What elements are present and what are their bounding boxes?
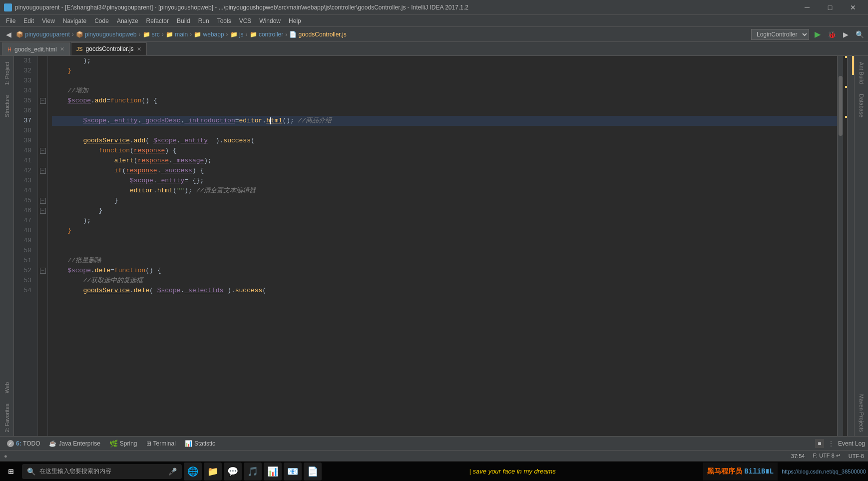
linenum-54: 54 (14, 286, 34, 296)
debug-button[interactable]: 🐞 (826, 29, 837, 40)
fold-40[interactable]: ─ (40, 148, 46, 154)
breadcrumb-file[interactable]: 📄 goodsController.js (289, 31, 346, 38)
event-log-label[interactable]: Event Log (838, 440, 865, 447)
taskbar-app-1[interactable]: 🌐 (184, 463, 202, 481)
bp-48 (38, 226, 47, 236)
menu-help[interactable]: Help (285, 15, 305, 26)
breadcrumb-src[interactable]: 📁 src (143, 31, 160, 38)
tab-goods-controller-js[interactable]: JS goodsController.js ✕ (71, 42, 147, 55)
code-line-42: if(response. success) { (52, 166, 837, 176)
menu-build[interactable]: Build (173, 15, 194, 26)
menu-bar: File Edit View Navigate Code Analyze Ref… (0, 15, 868, 27)
bp-38 (38, 126, 47, 136)
sidebar-tab-structure[interactable]: Structure (3, 91, 11, 121)
java-enterprise-icon: ☕ (49, 440, 56, 447)
left-sidebar: 1: Project Structure Web 2: Favorites (0, 56, 14, 436)
menu-edit[interactable]: Edit (19, 15, 38, 26)
scroll-thumb[interactable] (839, 76, 843, 136)
breadcrumb-controller[interactable]: 📁 controller (250, 31, 284, 38)
window-controls: ─ □ ✕ (796, 0, 864, 14)
menu-refactor[interactable]: Refactor (142, 15, 173, 26)
bottom-tab-terminal[interactable]: ⊞ Terminal (142, 438, 180, 450)
bottom-tab-java-enterprise[interactable]: ☕ Java Enterprise (45, 438, 104, 450)
status-ready: ● (4, 453, 7, 459)
linenum-47: 47 (14, 216, 34, 226)
scrollbar[interactable] (837, 56, 843, 436)
sidebar-tab-project[interactable]: 1: Project (3, 58, 11, 89)
breadcrumb-project[interactable]: 📦 pinyougouparent (16, 31, 70, 38)
tab-goods-edit-html[interactable]: H goods_edit.html ✕ (2, 42, 70, 55)
breadcrumb-module[interactable]: 📦 pinyougoushopweb (76, 31, 137, 38)
taskbar-app-3[interactable]: 💬 (224, 463, 242, 481)
menu-window[interactable]: Window (255, 15, 285, 26)
menu-navigate[interactable]: Navigate (59, 15, 90, 26)
breadcrumb-js[interactable]: 📁 js (230, 31, 244, 38)
menu-run[interactable]: Run (194, 15, 213, 26)
tab-close-html[interactable]: ✕ (60, 46, 64, 52)
code-content[interactable]: ); } //增加 $scope.add=function() { (48, 56, 837, 436)
menu-file[interactable]: File (2, 15, 19, 26)
menu-code[interactable]: Code (90, 15, 113, 26)
taskbar-app-2[interactable]: 📁 (204, 463, 222, 481)
bottom-dots[interactable]: ⋮ (828, 440, 834, 447)
windows-taskbar: ⊞ 🔍 在这里输入您要搜索的内容 🎤 🌐 📁 💬 🎵 📊 📧 📄 | save … (0, 461, 868, 481)
sep4: › (190, 31, 192, 38)
sidebar-right-ant[interactable]: Ant Build (858, 58, 866, 88)
fold-46[interactable]: ─ (40, 208, 46, 214)
coverage-button[interactable]: ▶ (840, 29, 851, 40)
bottom-toolbar: ✓ 6: TODO ☕ Java Enterprise 🌿 Spring ⊞ T… (0, 436, 868, 450)
bp-49 (38, 236, 47, 246)
fold-42[interactable]: ─ (40, 168, 46, 174)
bottom-right: ■ ⋮ Event Log (815, 439, 865, 448)
sidebar-tab-web[interactable]: Web (3, 378, 11, 397)
code-line-35: $scope.add=function() { (52, 96, 837, 106)
bp-50 (38, 246, 47, 256)
breadcrumb-main[interactable]: 📁 main (166, 31, 188, 38)
linenum-37: 37 (14, 116, 34, 126)
tab-close-js[interactable]: ✕ (137, 46, 141, 52)
taskbar-app-4[interactable]: 🎵 (244, 463, 262, 481)
main-layout: 1: Project Structure Web 2: Favorites 31… (0, 56, 868, 436)
menu-analyze[interactable]: Analyze (113, 15, 142, 26)
line-numbers: 31 32 33 34 35 36 37 38 39 40 41 42 43 4… (14, 56, 38, 436)
taskbar-app-6[interactable]: 📧 (284, 463, 302, 481)
code-line-37: $scope. entity. goodsDesc. introduction=… (52, 116, 837, 126)
linenum-36: 36 (14, 106, 34, 116)
bottom-square-icon[interactable]: ■ (815, 439, 824, 448)
status-right: 37:54 F: UTF 8 ↵ UTF-8 (791, 453, 864, 459)
nav-search-icon[interactable]: 🔍 (854, 29, 865, 40)
taskbar-app-7[interactable]: 📄 (304, 463, 322, 481)
taskbar-search-box[interactable]: 🔍 在这里输入您要搜索的内容 🎤 (22, 464, 182, 479)
fold-35[interactable]: ─ (40, 98, 46, 104)
editor-area: 31 32 33 34 35 36 37 38 39 40 41 42 43 4… (14, 56, 854, 436)
run-config-dropdown[interactable]: LoginController (751, 29, 809, 40)
code-line-50 (52, 246, 837, 256)
run-button[interactable]: ▶ (812, 29, 823, 40)
bottom-tab-statistic[interactable]: 📊 Statistic (181, 438, 219, 450)
menu-vcs[interactable]: VCS (235, 15, 256, 26)
menu-tools[interactable]: Tools (213, 15, 235, 26)
maximize-button[interactable]: □ (819, 0, 841, 14)
fold-52[interactable]: ─ (40, 268, 46, 274)
sidebar-right-database[interactable]: Database (858, 90, 866, 121)
java-enterprise-label: Java Enterprise (58, 440, 100, 447)
js-icon: JS (76, 46, 83, 52)
menu-view[interactable]: View (38, 15, 59, 26)
taskbar-app-5[interactable]: 📊 (264, 463, 282, 481)
sidebar-tab-favorites[interactable]: 2: Favorites (3, 400, 11, 436)
code-line-48: } (52, 226, 837, 236)
close-button[interactable]: ✕ (842, 0, 864, 14)
breadcrumb-webapp[interactable]: 📁 webapp (194, 31, 224, 38)
taskbar-url[interactable]: https://blog.csdn.net/qq_38500000 (782, 469, 866, 475)
linenum-42: 42 (14, 166, 34, 176)
nav-back-button[interactable]: ◀ (3, 29, 14, 40)
bp-32 (38, 66, 47, 76)
bottom-tab-spring[interactable]: 🌿 Spring (105, 438, 141, 450)
minimize-button[interactable]: ─ (796, 0, 818, 14)
bottom-tab-todo[interactable]: ✓ 6: TODO (3, 438, 44, 450)
sidebar-right-maven[interactable]: Maven Projects (858, 390, 866, 436)
spring-label: Spring (120, 440, 137, 447)
fold-45[interactable]: ─ (40, 198, 46, 204)
start-button[interactable]: ⊞ (2, 463, 20, 481)
code-line-51: //批量删除 (52, 256, 837, 266)
